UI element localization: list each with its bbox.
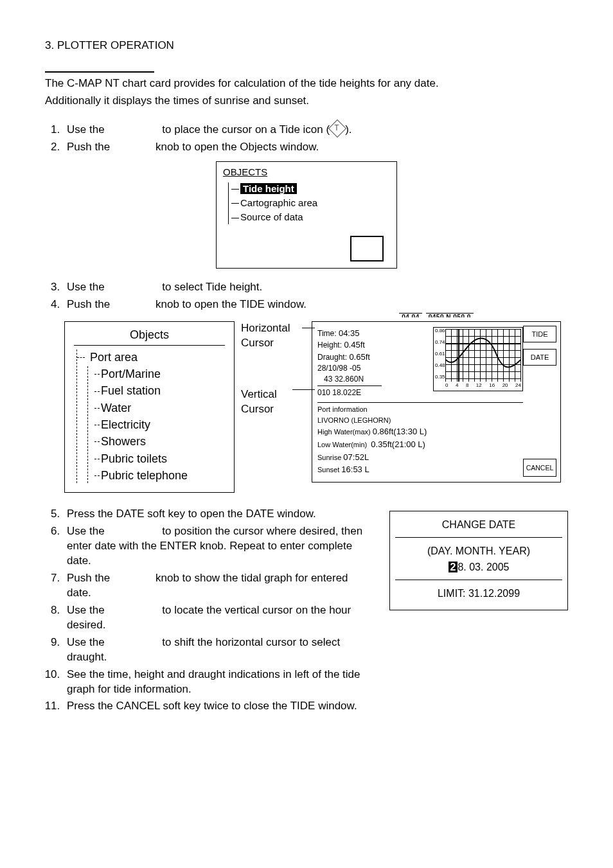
step-8-pre: Use the — [67, 604, 105, 616]
ytick-2: 0.61 — [435, 351, 445, 358]
obj-item-public-telephone[interactable]: Pubric telephone — [88, 468, 225, 483]
step-4: Push the knob to open the TIDE window. — [63, 297, 568, 312]
step-9: Use the to shift the horizontal cursor t… — [63, 635, 371, 665]
objects-softkey-placeholder[interactable] — [350, 236, 384, 261]
step-10: See the time, height and draught indicat… — [63, 668, 371, 697]
high-water-value: 0.86ft(13:30 L) — [373, 427, 427, 436]
high-water-label: High Water(max) — [317, 428, 371, 436]
objects-window-title: OBJECTS — [223, 166, 390, 179]
step-1-end: ). — [345, 123, 351, 136]
xtick-3: 12 — [476, 382, 482, 389]
vertical-cursor-line[interactable] — [458, 329, 459, 382]
date-input[interactable]: 28. 03. 2005 — [395, 560, 562, 574]
xtick-2: 8 — [466, 382, 468, 389]
low-water-value: 0.35ft(21:00 L) — [371, 439, 425, 449]
xtick-6: 24 — [515, 382, 521, 389]
objects-item-cartographic[interactable]: Cartographic area — [231, 197, 390, 209]
ytick-3: 0.48 — [435, 362, 445, 369]
tide-top-coords: 04 04 0450 N 050 0 — [312, 313, 560, 321]
step-6-post: to position the cursor where desired, th… — [67, 525, 362, 567]
tide-window: 04 04 0450 N 050 0 TIDE DATE CANCEL Time… — [312, 321, 561, 483]
divider-icon — [395, 580, 562, 580]
date-format-label: (DAY. MONTH. YEAR) — [395, 544, 562, 558]
step-3: Use the to select Tide height. — [63, 280, 568, 295]
low-water-label: Low Water(min) — [317, 441, 367, 448]
xtick-5: 20 — [502, 382, 508, 389]
intro-paragraph: The C-MAP NT chart card provides for cal… — [45, 76, 568, 109]
ytick-1: 0.74 — [435, 339, 445, 346]
horizontal-cursor-label-2: Cursor — [241, 337, 274, 349]
xtick-0: 0 — [445, 382, 448, 389]
step-1-pre: Use the — [67, 123, 105, 136]
tide-icon — [328, 120, 346, 137]
tide-top-coord-2: 0450 N 050 0 — [426, 313, 474, 321]
steps-group-b: Use the to select Tide height. Push the … — [45, 280, 568, 312]
objects-list-title: Objects — [74, 327, 225, 346]
port-name: LIVORNO (LEGHORN) — [317, 416, 523, 425]
objects-item-tide-height[interactable]: Tide height — [231, 182, 390, 195]
step-1: Use the to place the cursor on a Tide ic… — [63, 120, 568, 137]
horizontal-cursor-line[interactable] — [445, 343, 521, 344]
sunset-label: Sunset — [317, 466, 339, 474]
sunset-value: 16:53 L — [341, 465, 369, 474]
date-softkey[interactable]: DATE — [523, 349, 556, 366]
vertical-cursor-label-1: Vertical — [241, 388, 277, 400]
change-date-title: CHANGE DATE — [395, 518, 562, 532]
cancel-softkey[interactable]: CANCEL — [523, 459, 556, 477]
divider-icon — [395, 537, 562, 538]
obj-item-port-area[interactable]: Port area — [77, 350, 225, 365]
obj-item-port-marine[interactable]: Port/Marine — [88, 366, 225, 382]
lat-value: 43 32.860N — [317, 374, 382, 384]
step-7: Push the knob to show the tidal graph fo… — [63, 571, 371, 601]
step-2-post: knob to open the Objects window. — [155, 141, 319, 153]
step-8-post: to locate the vertical cursor on the hou… — [67, 604, 351, 631]
step-6-pre: Use the — [67, 525, 105, 537]
objects-item-tide-height-label: Tide height — [240, 183, 297, 194]
horizontal-cursor-label-1: Horizontal — [241, 322, 290, 334]
step-2-pre: Push the — [67, 141, 110, 153]
section-rule — [45, 71, 154, 73]
page-header: 3. PLOTTER OPERATION — [45, 39, 568, 53]
intro-line-2: Additionally it displays the times of su… — [45, 94, 568, 109]
tide-softkey[interactable]: TIDE — [523, 326, 556, 342]
step-5: Press the DATE soft key to open the DATE… — [63, 507, 371, 522]
steps-group-a: Use the to place the cursor on a Tide ic… — [45, 120, 568, 155]
height-label: Height: — [317, 341, 342, 350]
step-1-mid: to place the cursor on a Tide icon ( — [162, 123, 330, 136]
obj-item-electricity[interactable]: Electricity — [88, 417, 225, 432]
step-8: Use the to locate the vertical cursor on… — [63, 603, 371, 633]
step-7-pre: Push the — [67, 572, 110, 584]
obj-item-fuel-station[interactable]: Fuel station — [88, 383, 225, 398]
height-value: 0.45ft — [344, 340, 365, 350]
step-4-post: knob to open the TIDE window. — [155, 298, 306, 310]
objects-tree: Tide height Cartographic area Source of … — [228, 182, 390, 224]
port-info-label: Port information — [317, 402, 523, 414]
draught-value: 0.65ft — [349, 352, 370, 362]
objects-list-panel: Objects Port area Port/Marine Fuel stati… — [64, 321, 235, 493]
step-6: Use the to position the cursor where des… — [63, 524, 371, 569]
time-label: Time: — [317, 329, 337, 338]
xaxis: 0 4 8 12 16 20 24 — [445, 382, 521, 389]
tide-curve-icon — [445, 334, 521, 378]
date-value: 28/10/98 -05 — [317, 363, 382, 373]
lower-section: Press the DATE soft key to open the DATE… — [45, 507, 568, 716]
tide-figure-row: Objects Port area Port/Marine Fuel stati… — [64, 321, 568, 493]
time-value: 04:35 — [339, 328, 360, 338]
objects-item-source[interactable]: Source of data — [231, 211, 390, 224]
step-9-post: to shift the horizontal cursor to select… — [67, 636, 340, 663]
step-4-pre: Push the — [67, 298, 110, 310]
steps-group-c: Press the DATE soft key to open the DATE… — [45, 507, 371, 716]
tide-chart[interactable]: 0.86 0.74 0.61 0.48 0.35 0 4 8 12 16 20 … — [433, 327, 523, 391]
obj-item-public-toilets[interactable]: Pubric toilets — [88, 451, 225, 466]
obj-item-showers[interactable]: Showers — [88, 434, 225, 449]
step-9-pre: Use the — [67, 636, 105, 648]
change-date-window: CHANGE DATE (DAY. MONTH. YEAR) 28. 03. 2… — [389, 511, 568, 610]
step-2: Push the knob to open the Objects window… — [63, 140, 568, 155]
intro-line-1: The C-MAP NT chart card provides for cal… — [45, 76, 568, 91]
sunrise-label: Sunrise — [317, 454, 341, 461]
tide-readouts: Time: 04:35 Height: 0.45ft Draught: 0.65… — [317, 327, 382, 398]
objects-item-source-label: Source of data — [240, 211, 303, 222]
step-3-post: to select Tide height. — [162, 281, 262, 293]
ytick-4: 0.35 — [435, 374, 445, 381]
obj-item-water[interactable]: Water — [88, 400, 225, 416]
